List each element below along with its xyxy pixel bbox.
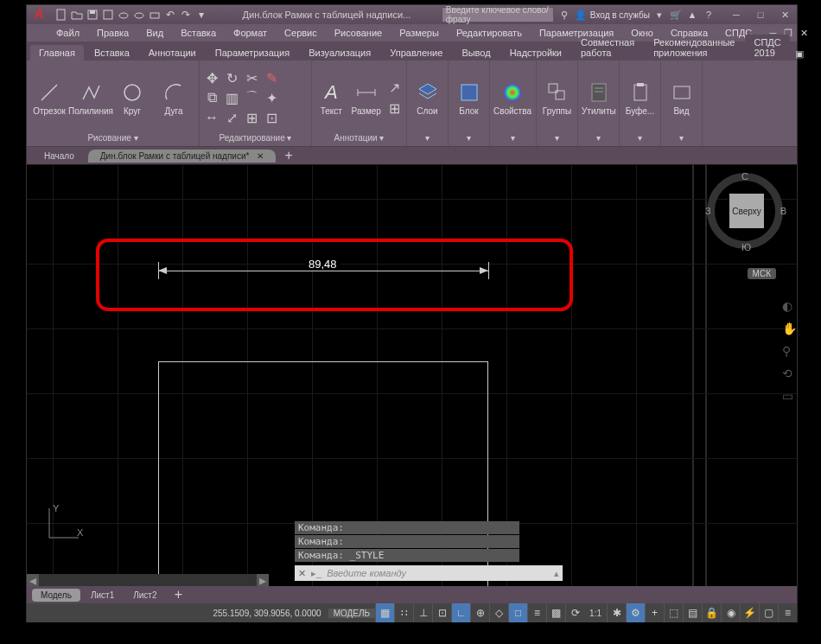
polar-toggle[interactable]: ⊕ [470, 603, 489, 622]
menu-service[interactable]: Сервис [281, 26, 321, 40]
tab-annotate[interactable]: Аннотации [140, 45, 205, 61]
panel-block-expand[interactable]: ▾ [452, 131, 486, 143]
tab-featured[interactable]: Рекомендованные приложения [645, 35, 743, 61]
panel-layers-expand[interactable]: ▾ [410, 131, 444, 143]
viewcube-face-top[interactable]: Сверху [729, 194, 764, 228]
save-icon[interactable] [86, 8, 99, 22]
new-tab-button[interactable]: + [281, 149, 296, 163]
cart-icon[interactable]: 🛒 [669, 8, 683, 22]
search-icon[interactable]: ⚲ [557, 8, 571, 22]
add-layout-button[interactable]: + [171, 588, 187, 602]
leader-icon[interactable]: ↗ [385, 79, 403, 96]
search-input[interactable]: Введите ключевое слово/фразу [442, 7, 554, 22]
text-button[interactable]: AТекст [315, 67, 347, 128]
app-logo[interactable]: A [27, 5, 51, 24]
trim-icon[interactable]: ✂ [243, 69, 260, 86]
tab-layout1[interactable]: Лист1 [82, 589, 123, 602]
panel-modify-title[interactable]: Редактирование ▾ [203, 131, 308, 143]
chevron-down-icon[interactable]: ▾ [652, 8, 666, 22]
tab-collab[interactable]: Совместная работа [572, 35, 643, 61]
copy-icon[interactable]: ⧉ [203, 89, 220, 106]
view-button[interactable]: Вид [665, 67, 698, 128]
infer-toggle[interactable]: ⊥ [413, 603, 432, 622]
scale-icon[interactable]: ⤢ [223, 109, 240, 126]
explode-icon[interactable]: ✦ [263, 89, 280, 106]
doc-close-icon[interactable]: ✕ [797, 26, 811, 40]
close-icon[interactable]: ✕ [298, 568, 306, 579]
cmd-expand-icon[interactable]: ▴ [554, 568, 559, 579]
isolate-toggle[interactable]: ◉ [721, 603, 740, 622]
utilities-button[interactable]: Утилиты [582, 67, 616, 128]
tab-spds[interactable]: СПДС 2019 [745, 35, 789, 61]
orbit-icon[interactable]: ⟲ [782, 367, 796, 380]
menu-file[interactable]: Файл [53, 26, 83, 40]
properties-button[interactable]: Свойства [493, 67, 531, 128]
close-button[interactable]: ✕ [773, 5, 797, 24]
rotate-icon[interactable]: ↻ [223, 69, 240, 86]
close-tab-icon[interactable]: ✕ [257, 151, 264, 161]
plot-icon[interactable] [148, 8, 162, 22]
tab-manage[interactable]: Управление [381, 45, 451, 61]
command-input[interactable]: ✕ ▸_ Введите команду ▴ [295, 565, 563, 581]
tab-model[interactable]: Модель [32, 589, 80, 602]
tab-parametric[interactable]: Параметризация [207, 45, 298, 61]
exchange-icon[interactable]: ▲ [685, 8, 699, 22]
anno-scale[interactable]: 1:1 [584, 609, 607, 618]
panel-groups-expand[interactable]: ▾ [540, 131, 574, 143]
new-icon[interactable] [54, 8, 68, 22]
tab-insert[interactable]: Вставка [86, 45, 138, 61]
filetab-drawing[interactable]: Дин.блок Рамки с таблицей надписи* ✕ [88, 150, 276, 163]
tab-addins[interactable]: Надстройки [501, 45, 570, 61]
menu-view[interactable]: Вид [143, 26, 167, 40]
redo-icon[interactable]: ↷ [179, 8, 193, 22]
move-icon[interactable]: ✥ [203, 69, 220, 86]
units-toggle[interactable]: ⬚ [664, 603, 683, 622]
sign-in-label[interactable]: Вход в службы [590, 10, 650, 20]
erase-icon[interactable]: ✎ [263, 69, 280, 86]
drawing-canvas[interactable]: /*grid drawn via elements below*/ 89,48 [27, 164, 797, 586]
panel-annot-title[interactable]: Аннотации ▾ [315, 131, 403, 143]
workspace-button[interactable]: ⚙ [626, 603, 645, 622]
filetab-start[interactable]: Начало [32, 150, 86, 163]
fillet-icon[interactable]: ⌒ [243, 89, 260, 106]
mirror-icon[interactable]: ▥ [223, 89, 240, 106]
panel-view-expand[interactable]: ▾ [665, 131, 698, 143]
menu-modify[interactable]: Редактировать [453, 26, 525, 40]
hardware-accel-toggle[interactable]: ⚡ [740, 603, 759, 622]
tab-visualize[interactable]: Визуализация [300, 45, 379, 61]
menu-edit[interactable]: Правка [93, 26, 132, 40]
help-icon[interactable]: ? [702, 8, 716, 22]
polyline-button[interactable]: Полилиния [72, 67, 110, 128]
model-space-button[interactable]: МОДЕЛЬ [328, 609, 375, 618]
menu-draw[interactable]: Рисование [331, 26, 385, 40]
user-icon[interactable]: 👤 [574, 8, 588, 22]
tab-output[interactable]: Вывод [453, 45, 499, 61]
offset-icon[interactable]: ⊡ [263, 109, 280, 126]
cloud-open-icon[interactable] [117, 8, 130, 22]
array-icon[interactable]: ⊞ [243, 109, 260, 126]
snap-toggle[interactable]: ∷ [394, 603, 413, 622]
pan-icon[interactable]: ✋ [782, 322, 796, 335]
clean-screen-toggle[interactable]: ▢ [759, 603, 778, 622]
showmotion-icon[interactable]: ▭ [782, 389, 796, 403]
clipboard-button[interactable]: Буфе... [623, 67, 657, 128]
horizontal-scrollbar[interactable]: ◂ ▸ [27, 574, 269, 586]
quickprops-toggle[interactable]: ▤ [683, 603, 702, 622]
open-icon[interactable] [70, 8, 84, 22]
ribbon-collapse-icon[interactable]: ▣ [795, 47, 804, 61]
customize-button[interactable]: ≡ [778, 603, 797, 622]
stretch-icon[interactable]: ↔ [203, 109, 220, 126]
panel-clip-expand[interactable]: ▾ [623, 131, 657, 143]
zoom-icon[interactable]: ⚲ [782, 344, 796, 358]
lineweight-toggle[interactable]: ≡ [527, 603, 546, 622]
anno-visibility-toggle[interactable]: ✱ [607, 603, 626, 622]
osnap-toggle[interactable]: □ [508, 603, 527, 622]
menu-dimension[interactable]: Размеры [396, 26, 442, 40]
qat-dropdown-icon[interactable]: ▾ [194, 8, 208, 22]
groups-button[interactable]: Группы [540, 67, 574, 128]
wheel-icon[interactable]: ◐ [782, 299, 796, 313]
viewcube[interactable]: Сверху С Ю В З [707, 173, 785, 251]
panel-draw-title[interactable]: Рисование ▾ [30, 131, 195, 143]
panel-props-expand[interactable]: ▾ [493, 131, 532, 143]
grid-toggle[interactable]: ▦ [375, 603, 394, 622]
